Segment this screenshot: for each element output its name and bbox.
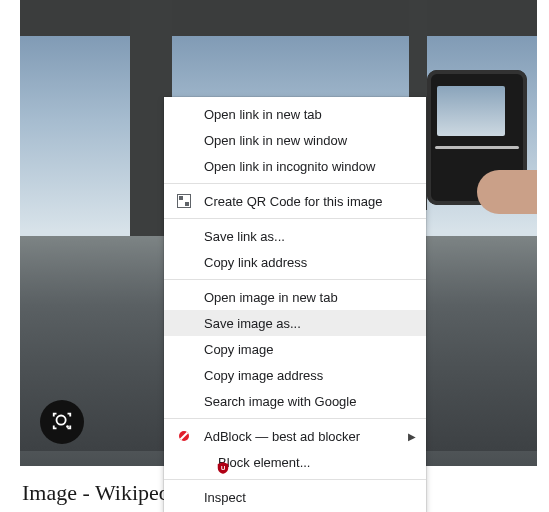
menu-block-element[interactable]: U Block element... (164, 449, 426, 475)
qr-icon (176, 193, 192, 209)
menu-separator (164, 183, 426, 184)
menu-search-image-google[interactable]: Search image with Google (164, 388, 426, 414)
menu-item-label: Search image with Google (204, 394, 356, 409)
hand (477, 170, 537, 214)
lens-icon (51, 410, 73, 435)
ublock-icon: U (216, 461, 230, 475)
menu-item-label: Open link in new window (204, 133, 347, 148)
menu-open-link-new-tab[interactable]: Open link in new tab (164, 101, 426, 127)
svg-text:U: U (221, 465, 225, 471)
menu-copy-image-address[interactable]: Copy image address (164, 362, 426, 388)
menu-copy-image[interactable]: Copy image (164, 336, 426, 362)
menu-item-label: Save image as... (204, 316, 301, 331)
menu-item-label: Open image in new tab (204, 290, 338, 305)
menu-copy-link-address[interactable]: Copy link address (164, 249, 426, 275)
menu-inspect[interactable]: Inspect (164, 484, 426, 510)
svg-point-0 (57, 415, 66, 424)
menu-save-image-as[interactable]: Save image as... (164, 310, 426, 336)
menu-item-label: Copy image (204, 342, 273, 357)
menu-item-label: Save link as... (204, 229, 285, 244)
menu-item-label: Copy link address (204, 255, 307, 270)
menu-item-label: AdBlock — best ad blocker (204, 429, 360, 444)
submenu-arrow-icon: ▶ (408, 431, 416, 442)
menu-separator (164, 279, 426, 280)
menu-item-label: Open link in new tab (204, 107, 322, 122)
menu-separator (164, 218, 426, 219)
context-menu: Open link in new tab Open link in new wi… (164, 97, 426, 512)
result-title[interactable]: Image - Wikipedia (22, 480, 186, 506)
menu-adblock[interactable]: AdBlock — best ad blocker ▶ (164, 423, 426, 449)
menu-create-qr[interactable]: Create QR Code for this image (164, 188, 426, 214)
menu-open-link-new-window[interactable]: Open link in new window (164, 127, 426, 153)
menu-item-label: Copy image address (204, 368, 323, 383)
menu-open-image-new-tab[interactable]: Open image in new tab (164, 284, 426, 310)
menu-item-label: Open link in incognito window (204, 159, 375, 174)
menu-item-label: Inspect (204, 490, 246, 505)
menu-separator (164, 479, 426, 480)
lens-search-button[interactable] (40, 400, 84, 444)
menu-save-link-as[interactable]: Save link as... (164, 223, 426, 249)
menu-separator (164, 418, 426, 419)
menu-item-label: Block element... (218, 455, 311, 470)
menu-item-label: Create QR Code for this image (204, 194, 382, 209)
svg-point-1 (66, 425, 69, 428)
menu-open-link-incognito[interactable]: Open link in incognito window (164, 153, 426, 179)
adblock-icon (176, 428, 192, 444)
